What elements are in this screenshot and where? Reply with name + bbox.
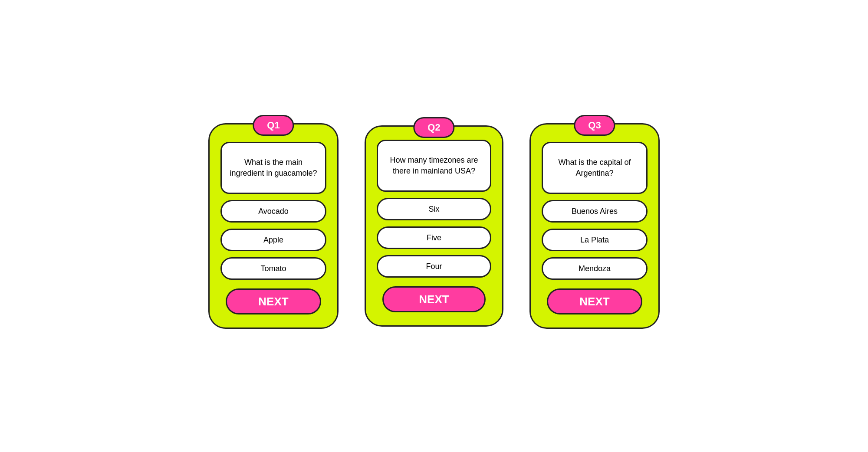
question-badge-q1: Q1 [253,115,294,136]
answer-option-q3-2[interactable]: Mendoza [542,257,648,280]
answer-option-q1-0[interactable]: Avocado [220,200,326,223]
answer-option-q2-2[interactable]: Four [377,255,491,278]
next-button-q3[interactable]: NEXT [547,288,642,314]
quiz-card-q3: Q3What is the capital of Argentina?Bueno… [529,123,660,329]
next-button-q1[interactable]: NEXT [226,288,321,314]
answer-option-q2-0[interactable]: Six [377,198,491,220]
answer-option-q2-1[interactable]: Five [377,226,491,249]
cards-container: Q1What is the main ingredient in guacamo… [208,123,660,329]
question-badge-q2: Q2 [413,117,454,138]
next-button-q2[interactable]: NEXT [382,286,486,312]
question-box-q3: What is the capital of Argentina? [542,142,648,194]
question-box-q2: How many timezones are there in mainland… [377,140,491,192]
answer-option-q3-1[interactable]: La Plata [542,229,648,251]
quiz-card-q2: Q2How many timezones are there in mainla… [365,125,503,327]
answer-option-q1-1[interactable]: Apple [220,229,326,251]
answer-option-q3-0[interactable]: Buenos Aires [542,200,648,223]
question-box-q1: What is the main ingredient in guacamole… [220,142,326,194]
quiz-card-q1: Q1What is the main ingredient in guacamo… [208,123,339,329]
answer-option-q1-2[interactable]: Tomato [220,257,326,280]
question-badge-q3: Q3 [574,115,615,136]
